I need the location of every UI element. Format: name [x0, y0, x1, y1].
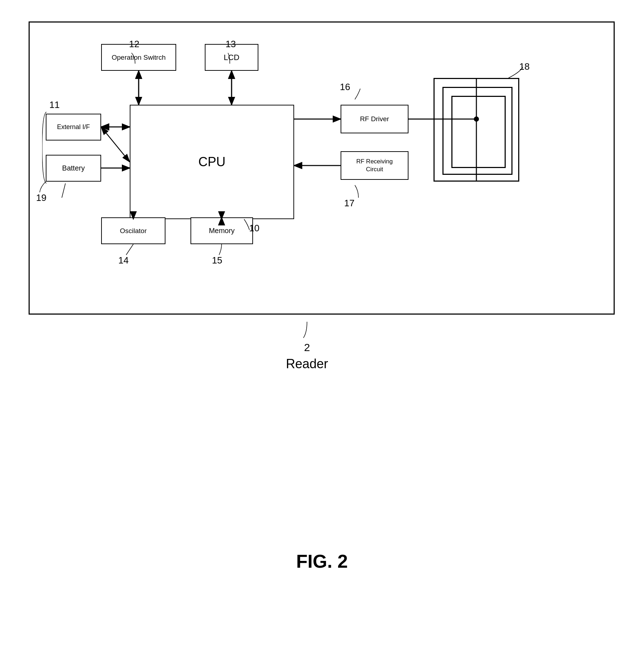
antenna-middle [442, 87, 512, 175]
rf-driver-label: RF Driver [360, 115, 389, 123]
rf-receiving-label: RF Receiving Circuit [356, 158, 393, 173]
battery-block: Battery [46, 155, 101, 182]
reader-bracket [289, 322, 325, 340]
ref-16: 16 [340, 82, 350, 93]
external-if-label: External I/F [57, 123, 90, 131]
ref-2: 2 [304, 341, 310, 353]
reader-label-group: 2 Reader [286, 322, 328, 371]
ref-12: 12 [129, 39, 139, 50]
cpu-block: CPU [130, 105, 294, 219]
rf-receiving-block: RF Receiving Circuit [341, 151, 408, 180]
ref-2-label: 2 [286, 341, 328, 354]
ref-18: 18 [519, 61, 530, 72]
figure-label: FIG. 2 [0, 551, 644, 572]
oscillator-label: Oscilator [120, 227, 147, 235]
diagram-box: CPU External I/F Battery Operation Switr… [29, 21, 615, 315]
memory-label: Memory [209, 227, 234, 235]
oscillator-block: Oscilator [101, 217, 165, 244]
ref-11: 11 [49, 99, 60, 110]
ref-13: 13 [226, 39, 236, 50]
svg-line-4 [101, 127, 130, 162]
reader-caption: Reader [286, 356, 328, 371]
fig-label: FIG. 2 [296, 551, 348, 572]
lcd-label: LCD [224, 53, 239, 62]
external-if-block: External I/F [46, 114, 101, 140]
antenna-outer [434, 78, 519, 182]
ref-19: 19 [36, 192, 46, 203]
battery-label: Battery [62, 164, 85, 172]
antenna-inner [451, 96, 506, 168]
ref-15: 15 [212, 255, 222, 266]
ref-14: 14 [118, 255, 129, 266]
op-switch-label: Operation Switrch [112, 54, 165, 61]
rf-driver-block: RF Driver [341, 105, 408, 133]
memory-block: Memory [190, 217, 253, 244]
cpu-label: CPU [198, 154, 226, 169]
ref-10: 10 [249, 223, 259, 234]
ref-17: 17 [344, 198, 355, 209]
